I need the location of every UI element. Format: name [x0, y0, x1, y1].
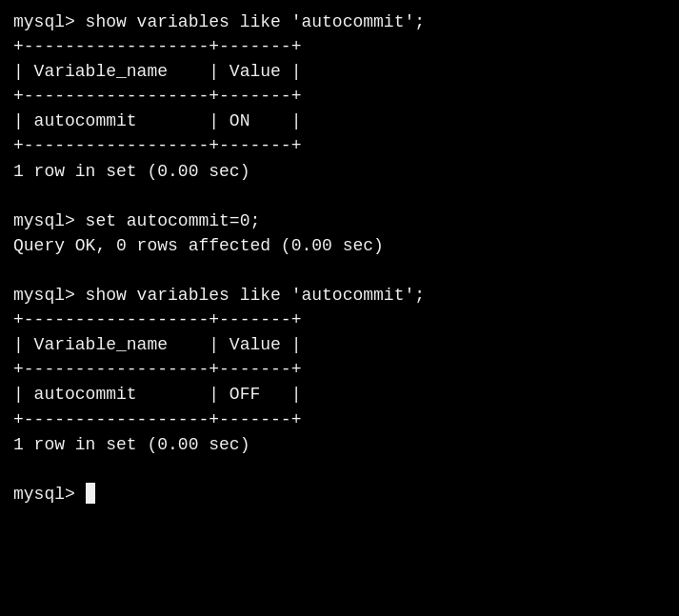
- terminal-line: | autocommit | OFF |: [13, 385, 301, 404]
- terminal-line: | Variable_name | Value |: [13, 62, 301, 81]
- terminal-line: | Variable_name | Value |: [13, 335, 301, 354]
- terminal-line: mysql> show variables like 'autocommit';: [13, 12, 425, 31]
- terminal-line: +------------------+-------+: [13, 310, 301, 329]
- terminal-line: mysql> set autocommit=0;: [13, 211, 260, 230]
- terminal-line: | autocommit | ON |: [13, 111, 301, 130]
- cursor: [86, 483, 95, 504]
- terminal-line: Query OK, 0 rows affected (0.00 sec): [13, 236, 384, 255]
- terminal-line: +------------------+-------+: [13, 410, 301, 429]
- terminal-line: +------------------+-------+: [13, 37, 301, 56]
- terminal-line: +------------------+-------+: [13, 360, 301, 379]
- terminal-line: +------------------+-------+: [13, 87, 301, 106]
- terminal-line: mysql> show variables like 'autocommit';: [13, 286, 425, 305]
- terminal-line: 1 row in set (0.00 sec): [13, 435, 250, 454]
- terminal-line: 1 row in set (0.00 sec): [13, 162, 250, 181]
- terminal-line: +------------------+-------+: [13, 136, 301, 155]
- terminal-line: mysql>: [13, 485, 86, 504]
- terminal-window[interactable]: mysql> show variables like 'autocommit';…: [0, 0, 679, 616]
